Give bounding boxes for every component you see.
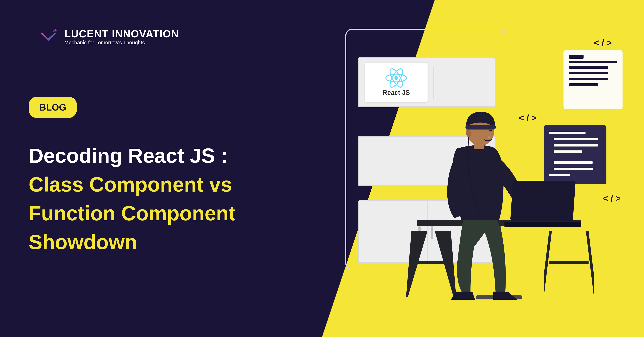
- paper-line: [569, 66, 608, 69]
- logo: LUCENT INNOVATION Mechanic for Tomorrow'…: [38, 28, 179, 46]
- laptop-screen: [510, 181, 576, 221]
- stool-right: [544, 231, 594, 299]
- paper-line: [569, 78, 608, 80]
- svg-rect-7: [549, 261, 588, 264]
- svg-point-5: [394, 76, 398, 80]
- heading-line-4: Showdown: [28, 228, 236, 256]
- react-label: React JS: [383, 89, 410, 96]
- react-card: React JS: [365, 62, 428, 102]
- heading-line-3: Function Component: [28, 199, 236, 228]
- paper-line: [569, 83, 598, 86]
- developer-at-desk: [424, 106, 571, 316]
- laptop-base: [504, 222, 582, 227]
- logo-title: LUCENT INNOVATION: [64, 28, 179, 40]
- page-title: Decoding React JS : Class Component vs F…: [28, 141, 236, 256]
- react-logo-icon: [384, 68, 408, 88]
- logo-tagline: Mechanic for Tomorrow's Thoughts: [64, 40, 179, 46]
- paper-line: [569, 72, 608, 74]
- laptop: [504, 181, 582, 227]
- blog-badge: BLOG: [28, 96, 77, 118]
- paper-tab: [569, 55, 584, 59]
- code-bracket-icon: < / >: [594, 38, 612, 48]
- svg-rect-1: [53, 31, 54, 32]
- heading-line-2: Class Component vs: [28, 170, 236, 199]
- logo-mark-icon: [38, 28, 58, 45]
- svg-point-12: [488, 136, 490, 138]
- shelf-divider: [434, 67, 434, 99]
- svg-point-11: [466, 130, 471, 137]
- svg-rect-10: [466, 125, 496, 130]
- paper-header-bar: [569, 61, 617, 63]
- heading-line-1: Decoding React JS :: [28, 141, 236, 170]
- illustration-scene: React JS < / > < / > < / >: [345, 22, 622, 316]
- paper-window-card: [564, 50, 622, 109]
- svg-point-0: [54, 29, 56, 32]
- code-bracket-icon: < / >: [603, 193, 621, 204]
